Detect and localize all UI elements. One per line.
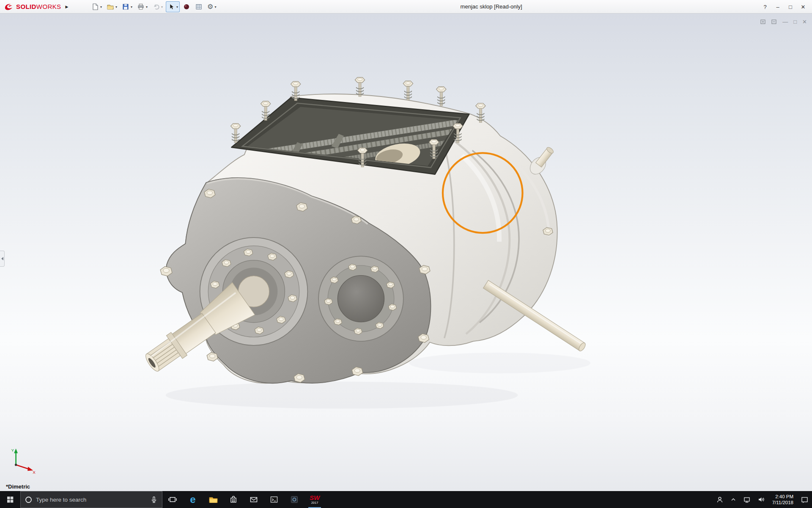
solidworks-taskbar-button[interactable]: SW 2017 [304, 491, 325, 508]
doc-minimize-button[interactable]: — [782, 19, 788, 25]
windows-logo-icon [6, 496, 14, 503]
cortana-icon [25, 496, 32, 503]
svg-text:X: X [33, 470, 36, 474]
minimize-button[interactable]: – [771, 1, 784, 12]
start-button[interactable] [0, 491, 20, 508]
file-explorer-icon [208, 495, 218, 505]
orientation-triad: Y X [8, 446, 36, 474]
close-button[interactable]: ✕ [797, 1, 809, 12]
network-button[interactable] [740, 491, 754, 508]
select-arrow-icon [167, 3, 175, 11]
undo-icon [152, 3, 160, 11]
windows-taskbar: e [0, 491, 812, 508]
clock-time: 2:40 PM [775, 494, 793, 500]
options-button[interactable]: ⚙ ▾ [206, 1, 218, 12]
brand-wordmark: SOLIDWORKS [16, 3, 61, 10]
store-icon [229, 495, 238, 504]
pinned-app-icon [290, 495, 299, 504]
print-icon [137, 3, 145, 11]
pinned-app-button[interactable] [284, 491, 304, 508]
graphics-viewport: — □ ✕ Y X *Dimetric [0, 14, 812, 491]
select-tool-button[interactable]: ▾ [166, 1, 180, 12]
title-bar: SOLIDWORKS ▶ ▾ ▾ [0, 0, 812, 14]
view-orientation-label: *Dimetric [6, 483, 30, 490]
command-prompt-button[interactable] [264, 491, 284, 508]
action-center-button[interactable] [797, 491, 812, 508]
dropdown-caret[interactable]: ▾ [161, 5, 163, 9]
open-folder-icon [107, 3, 114, 11]
gear-icon: ⚙ [207, 3, 213, 10]
search-input[interactable] [36, 497, 146, 503]
people-button[interactable] [713, 491, 727, 508]
menu-flyout-arrow-icon[interactable]: ▶ [66, 5, 69, 9]
graphics-area[interactable] [0, 14, 812, 491]
open-button[interactable]: ▾ [105, 1, 119, 12]
mail-icon [249, 495, 258, 504]
dropdown-caret[interactable]: ▾ [100, 5, 102, 9]
document-window-controls: — □ ✕ [760, 19, 807, 25]
chevron-up-icon [730, 497, 736, 502]
people-icon [716, 496, 724, 503]
save-icon [122, 3, 129, 11]
task-view-icon [168, 495, 177, 504]
design-table-button[interactable] [193, 1, 204, 12]
solidworks-app-icon: SW 2017 [310, 494, 320, 505]
system-tray: 2:40 PM 7/11/2018 [713, 491, 812, 508]
maximize-button[interactable]: □ [784, 1, 797, 12]
collapse-arrow-icon [1, 257, 3, 260]
file-explorer-button[interactable] [203, 491, 223, 508]
command-prompt-icon [269, 495, 279, 504]
panel-collapse-tab[interactable] [0, 251, 5, 267]
edge-icon: e [190, 494, 195, 505]
document-title: menjac sklop [Read-only] [461, 0, 522, 14]
new-document-button[interactable]: ▾ [90, 1, 104, 12]
svg-text:Y: Y [11, 448, 14, 453]
shaft-stub [527, 144, 557, 177]
mail-button[interactable] [244, 491, 264, 508]
network-icon [743, 496, 751, 503]
save-button[interactable]: ▾ [120, 1, 134, 12]
dropdown-caret[interactable]: ▾ [176, 5, 178, 9]
edge-button[interactable]: e [183, 491, 203, 508]
action-center-icon [801, 496, 809, 504]
doc-window-icon-right[interactable] [771, 19, 777, 25]
quick-access-toolbar: ▾ ▾ ▾ [90, 0, 218, 14]
dropdown-caret[interactable]: ▾ [214, 5, 216, 9]
dropdown-caret[interactable]: ▾ [115, 5, 117, 9]
macro-record-button[interactable] [181, 1, 192, 12]
macro-record-icon [183, 3, 190, 11]
microphone-icon[interactable] [150, 496, 158, 503]
task-view-button[interactable] [162, 491, 183, 508]
undo-button[interactable]: ▾ [151, 1, 165, 12]
print-button[interactable]: ▾ [135, 1, 149, 12]
dropdown-caret[interactable]: ▾ [131, 5, 132, 9]
speaker-icon [757, 496, 765, 503]
doc-close-button[interactable]: ✕ [802, 19, 807, 25]
help-button[interactable]: ? [759, 1, 771, 12]
solidworks-window: SOLIDWORKS ▶ ▾ ▾ [0, 0, 812, 508]
solidworks-logo-icon [3, 2, 14, 11]
volume-button[interactable] [754, 491, 768, 508]
doc-window-icon-left[interactable] [760, 19, 766, 25]
hidden-icons-button[interactable] [727, 491, 740, 508]
clock-date: 7/11/2018 [772, 500, 793, 505]
window-controls: ? – □ ✕ [759, 0, 809, 14]
dropdown-caret[interactable]: ▾ [146, 5, 148, 9]
doc-restore-button[interactable]: □ [793, 19, 797, 25]
new-document-icon [91, 3, 99, 11]
taskbar-search-box[interactable] [20, 491, 162, 508]
design-table-icon [195, 3, 203, 11]
gearbox-model[interactable] [138, 77, 590, 409]
taskbar-clock[interactable]: 2:40 PM 7/11/2018 [768, 491, 797, 508]
solidworks-brand: SOLIDWORKS ▶ [0, 2, 68, 11]
store-button[interactable] [223, 491, 244, 508]
